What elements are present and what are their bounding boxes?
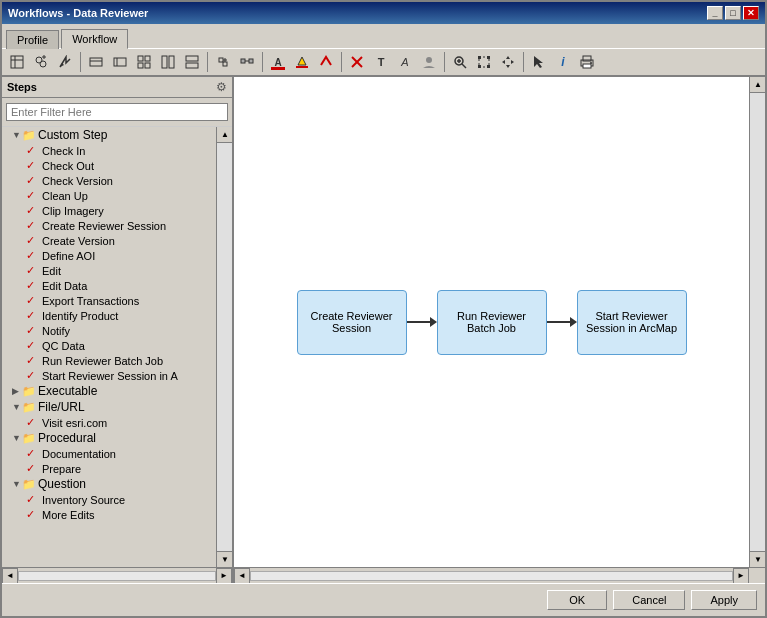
svg-rect-21	[223, 62, 227, 66]
toolbar-print-btn[interactable]	[576, 51, 598, 73]
toolbar-font-btn[interactable]: A	[394, 51, 416, 73]
toolbar-pan-btn[interactable]	[497, 51, 519, 73]
toolbar-fill-btn[interactable]	[291, 51, 313, 73]
list-item[interactable]: ✓ Inventory Source	[24, 492, 216, 507]
list-item[interactable]: ✓ Export Transactions	[24, 293, 216, 308]
steps-search-icon[interactable]: ⚙	[216, 80, 227, 94]
toolbar-btn-8[interactable]	[181, 51, 203, 73]
folder-custom-step[interactable]: ▼ 📁 Custom Step	[10, 127, 216, 143]
toolbar-btn-3[interactable]	[54, 51, 76, 73]
toolbar-btn-7[interactable]	[157, 51, 179, 73]
toolbar-color-btn[interactable]: A	[267, 51, 289, 73]
item-label: Clip Imagery	[42, 205, 104, 217]
tab-profile[interactable]: Profile	[6, 30, 59, 49]
item-label: Create Version	[42, 235, 115, 247]
svg-line-32	[462, 64, 466, 68]
toolbar-zoom-in-btn[interactable]	[449, 51, 471, 73]
list-item[interactable]: ✓ Documentation	[24, 446, 216, 461]
list-item[interactable]: ✓ Run Reviewer Batch Job	[24, 353, 216, 368]
toolbar-user-btn[interactable]	[418, 51, 440, 73]
main-content: Steps ⚙ ▼ 📁 Custom Step	[2, 76, 765, 567]
item-label: Check Out	[42, 160, 94, 172]
left-vscroll-up-btn[interactable]: ▲	[217, 127, 232, 143]
left-hscroll-track	[18, 571, 216, 581]
list-item[interactable]: ✓ Visit esri.com	[24, 415, 216, 430]
folder-executable[interactable]: ▶ 📁 Executable	[10, 383, 216, 399]
toolbar: A T A i	[2, 48, 765, 76]
item-label: Run Reviewer Batch Job	[42, 355, 163, 367]
check-icon: ✓	[26, 369, 40, 382]
ok-button[interactable]: OK	[547, 590, 607, 610]
close-button[interactable]: ✕	[743, 6, 759, 20]
list-item[interactable]: ✓ Check In	[24, 143, 216, 158]
toolbar-btn-1[interactable]	[6, 51, 28, 73]
workflow-box-2[interactable]: Run ReviewerBatch Job	[437, 290, 547, 355]
toolbar-btn-5[interactable]	[109, 51, 131, 73]
svg-rect-15	[145, 63, 150, 68]
list-item[interactable]: ✓ Start Reviewer Session in A	[24, 368, 216, 383]
list-item[interactable]: ✓ Clean Up	[24, 188, 216, 203]
folder-icon-procedural: 📁	[22, 432, 36, 445]
list-item[interactable]: ✓ More Edits	[24, 507, 216, 522]
list-item[interactable]: ✓ Edit Data	[24, 278, 216, 293]
diagram-area: Create ReviewerSession Run ReviewerBatch…	[234, 77, 749, 567]
toolbar-delete-btn[interactable]	[346, 51, 368, 73]
tree-container: ▼ 📁 Custom Step ✓ Check In ✓ Check Out	[2, 127, 216, 567]
apply-button[interactable]: Apply	[691, 590, 757, 610]
right-vscroll-up-btn[interactable]: ▲	[750, 77, 765, 93]
toolbar-cursor-btn[interactable]	[528, 51, 550, 73]
check-icon: ✓	[26, 234, 40, 247]
svg-marker-41	[506, 65, 510, 68]
folder-label-executable: Executable	[38, 384, 97, 398]
svg-rect-19	[186, 63, 198, 68]
list-item[interactable]: ✓ Check Out	[24, 158, 216, 173]
right-vscroll-down-btn[interactable]: ▼	[750, 551, 765, 567]
check-icon: ✓	[26, 189, 40, 202]
left-hscroll-left-btn[interactable]: ◄	[2, 568, 18, 584]
folder-label-fileurl: File/URL	[38, 400, 85, 414]
right-hscroll-right-btn[interactable]: ►	[733, 568, 749, 584]
toolbar-text-btn[interactable]: T	[370, 51, 392, 73]
folder-label-question: Question	[38, 477, 86, 491]
diagram-area-wrapper: Create ReviewerSession Run ReviewerBatch…	[234, 77, 749, 567]
list-item[interactable]: ✓ Clip Imagery	[24, 203, 216, 218]
toolbar-btn-4[interactable]	[85, 51, 107, 73]
list-item[interactable]: ✓ Notify	[24, 323, 216, 338]
right-hscroll-left-btn[interactable]: ◄	[234, 568, 250, 584]
steps-label: Steps	[7, 81, 37, 93]
folder-question[interactable]: ▼ 📁 Question	[10, 476, 216, 492]
list-item[interactable]: ✓ QC Data	[24, 338, 216, 353]
toolbar-stroke-btn[interactable]	[315, 51, 337, 73]
folder-fileurl[interactable]: ▼ 📁 File/URL	[10, 399, 216, 415]
toolbar-select-btn[interactable]	[473, 51, 495, 73]
minimize-button[interactable]: _	[707, 6, 723, 20]
list-item[interactable]: ✓ Create Version	[24, 233, 216, 248]
check-icon: ✓	[26, 508, 40, 521]
list-item[interactable]: ✓ Identify Product	[24, 308, 216, 323]
folder-icon-executable: 📁	[22, 385, 36, 398]
list-item[interactable]: ✓ Edit	[24, 263, 216, 278]
workflow-box-3[interactable]: Start ReviewerSession in ArcMap	[577, 290, 687, 355]
list-item[interactable]: ✓ Define AOI	[24, 248, 216, 263]
toolbar-btn-2[interactable]	[30, 51, 52, 73]
filter-input[interactable]	[6, 103, 228, 121]
toolbar-btn-arrows[interactable]	[212, 51, 234, 73]
toolbar-sep-6	[523, 52, 524, 72]
toolbar-info-btn[interactable]: i	[552, 51, 574, 73]
cancel-button[interactable]: Cancel	[613, 590, 685, 610]
toolbar-btn-6[interactable]	[133, 51, 155, 73]
expand-procedural-icon: ▼	[12, 433, 22, 443]
left-hscroll-right-btn[interactable]: ►	[216, 568, 232, 584]
check-icon: ✓	[26, 144, 40, 157]
toolbar-sep-4	[341, 52, 342, 72]
check-icon: ✓	[26, 339, 40, 352]
maximize-button[interactable]: □	[725, 6, 741, 20]
list-item[interactable]: ✓ Check Version	[24, 173, 216, 188]
left-vscroll-down-btn[interactable]: ▼	[217, 551, 232, 567]
workflow-box-1[interactable]: Create ReviewerSession	[297, 290, 407, 355]
toolbar-btn-connect[interactable]	[236, 51, 258, 73]
list-item[interactable]: ✓ Prepare	[24, 461, 216, 476]
folder-procedural[interactable]: ▼ 📁 Procedural	[10, 430, 216, 446]
tab-workflow[interactable]: Workflow	[61, 29, 128, 49]
list-item[interactable]: ✓ Create Reviewer Session	[24, 218, 216, 233]
